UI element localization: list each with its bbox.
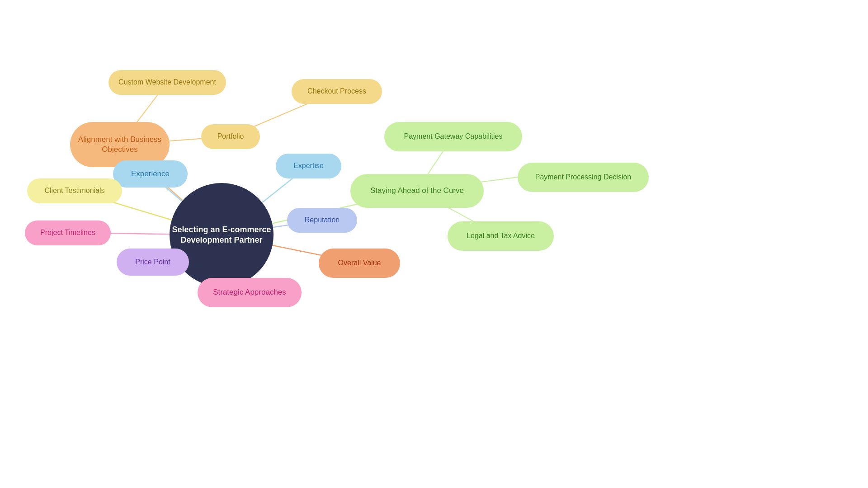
portfolio-node[interactable]: Portfolio — [201, 124, 260, 149]
overall-value-node[interactable]: Overall Value — [319, 249, 400, 278]
price-point-node[interactable]: Price Point — [117, 249, 189, 276]
client-testimonials-node[interactable]: Client Testimonials — [27, 178, 122, 203]
legal-tax-node[interactable]: Legal and Tax Advice — [448, 221, 554, 251]
expertise-node[interactable]: Expertise — [276, 154, 341, 178]
payment-gateway-node[interactable]: Payment Gateway Capabilities — [384, 122, 522, 151]
project-timelines-node[interactable]: Project Timelines — [25, 221, 111, 245]
checkout-node[interactable]: Checkout Process — [292, 79, 382, 104]
strategic-approaches-node[interactable]: Strategic Approaches — [198, 278, 302, 307]
payment-processing-node[interactable]: Payment Processing Decision — [518, 163, 649, 192]
experience-node[interactable]: Experience — [113, 160, 188, 188]
reputation-node[interactable]: Reputation — [287, 208, 357, 233]
staying-ahead-node[interactable]: Staying Ahead of the Curve — [350, 174, 484, 208]
custom-website-node[interactable]: Custom Website Development — [108, 70, 226, 95]
